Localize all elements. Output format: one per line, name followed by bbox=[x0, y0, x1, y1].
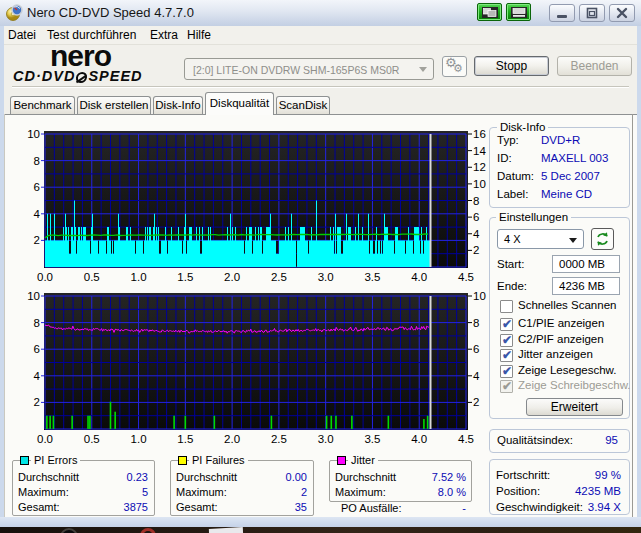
svg-text:14: 14 bbox=[473, 145, 486, 157]
pi-failures-bar bbox=[87, 416, 89, 429]
checkbox-label: C1/PIE anzeigen bbox=[518, 317, 604, 329]
stat-title: PI Errors bbox=[31, 454, 80, 466]
svg-text:4: 4 bbox=[473, 370, 480, 382]
svg-text:6: 6 bbox=[473, 211, 479, 223]
speed-label: Geschwindigkeit: bbox=[496, 501, 583, 513]
svg-text:4: 4 bbox=[34, 370, 41, 382]
pi-failures-bar bbox=[388, 416, 390, 429]
svg-text:2.0: 2.0 bbox=[224, 433, 240, 445]
scan-cursor bbox=[430, 296, 432, 429]
checkbox-label: C2/PIF anzeigen bbox=[518, 333, 604, 345]
pi-failures-bar bbox=[427, 416, 429, 429]
legend-square-jitter bbox=[337, 456, 346, 465]
svg-text:4: 4 bbox=[34, 208, 41, 220]
pi-failures-bar bbox=[46, 416, 48, 429]
combo-button[interactable] bbox=[566, 231, 582, 247]
svg-text:2: 2 bbox=[473, 244, 479, 256]
advanced-button[interactable]: Erweitert bbox=[526, 398, 623, 416]
disk-date-value: 5 Dec 2007 bbox=[541, 170, 600, 182]
svg-text:1.5: 1.5 bbox=[177, 433, 193, 445]
svg-text:8: 8 bbox=[473, 195, 479, 207]
disk-date-label: Datum: bbox=[497, 170, 534, 182]
stat-value: 5 bbox=[78, 486, 148, 498]
svg-text:4.0: 4.0 bbox=[411, 433, 427, 445]
screen: Nero CD-DVD Speed 4.7.7.0 bbox=[0, 0, 641, 533]
tab-diskqualitaet[interactable]: Diskqualität bbox=[205, 92, 274, 115]
svg-text:2: 2 bbox=[34, 396, 40, 408]
desktop-shape-ring bbox=[140, 528, 156, 533]
svg-text:2.0: 2.0 bbox=[224, 271, 240, 283]
end-field[interactable]: 4236 MB bbox=[552, 277, 620, 295]
disk-label-label: Label: bbox=[497, 188, 528, 200]
pi-failures-bar bbox=[89, 416, 91, 429]
svg-text:2: 2 bbox=[473, 396, 479, 408]
stat-label: Durchschnitt bbox=[18, 471, 79, 483]
disk-id-label: ID: bbox=[497, 152, 512, 164]
start-label: Start: bbox=[497, 258, 524, 270]
svg-text:10: 10 bbox=[473, 178, 486, 190]
stat-label: Gesamt: bbox=[18, 501, 60, 513]
pi-failures-bar bbox=[271, 416, 273, 429]
scan-speed-value: 4 X bbox=[504, 233, 521, 245]
svg-text:2.5: 2.5 bbox=[271, 433, 287, 445]
svg-text:6: 6 bbox=[34, 181, 40, 193]
pi-failures-bar bbox=[326, 416, 328, 429]
stat-value: 3875 bbox=[78, 501, 148, 513]
pi-failures-bar bbox=[423, 419, 425, 429]
window-border-bottom[interactable] bbox=[0, 517, 641, 527]
po-failures-label: PO Ausfälle: bbox=[341, 502, 402, 514]
checkbox-c1-pie-anzeigen[interactable]: ✔ bbox=[500, 318, 513, 331]
quality-index-value: 95 bbox=[560, 434, 618, 446]
svg-text:6: 6 bbox=[473, 343, 479, 355]
stat-value: 35 bbox=[237, 501, 307, 513]
svg-text:3.5: 3.5 bbox=[364, 271, 380, 283]
check-mark-icon: ✔ bbox=[502, 333, 512, 347]
app-window: Nero CD-DVD Speed 4.7.7.0 bbox=[0, 0, 641, 527]
refresh-button[interactable] bbox=[591, 228, 614, 250]
stat-title: Jitter bbox=[348, 454, 378, 466]
svg-text:4.0: 4.0 bbox=[411, 271, 427, 283]
checkbox-label: Zeige Lesegeschw. bbox=[518, 364, 616, 376]
svg-text:10: 10 bbox=[473, 290, 486, 302]
position-value: 4235 MB bbox=[540, 485, 621, 497]
check-mark-icon: ✔ bbox=[502, 317, 512, 331]
progress-value: 99 % bbox=[540, 469, 621, 481]
position-label: Position: bbox=[496, 485, 540, 497]
svg-text:2: 2 bbox=[34, 234, 40, 246]
svg-text:10: 10 bbox=[27, 290, 40, 302]
checkbox-c2-pif-anzeigen[interactable]: ✔ bbox=[500, 334, 513, 347]
stat-value: 7.52 % bbox=[396, 471, 466, 483]
svg-text:3.0: 3.0 bbox=[318, 433, 334, 445]
chevron-down-icon bbox=[569, 238, 577, 243]
checkbox-label: Schnelles Scannen bbox=[518, 299, 616, 311]
settings-title: Einstellungen bbox=[496, 211, 571, 223]
stat-label: Maximum: bbox=[18, 486, 69, 498]
pi-failures-bar bbox=[335, 416, 337, 429]
checkbox-zeige-lesegeschw-[interactable]: ✔ bbox=[500, 365, 513, 378]
check-mark-icon: ✔ bbox=[502, 348, 512, 362]
disk-info-title: Disk-Info bbox=[497, 121, 548, 133]
window-border-left bbox=[0, 26, 4, 527]
start-field[interactable]: 0000 MB bbox=[552, 255, 620, 273]
legend-square-pi-failures bbox=[178, 456, 187, 465]
checkbox-zeige-schreibgeschw-[interactable]: ✔ bbox=[500, 380, 513, 393]
stat-value: 0.23 bbox=[78, 471, 148, 483]
stat-label: Maximum: bbox=[176, 486, 227, 498]
svg-text:0.0: 0.0 bbox=[37, 433, 53, 445]
pi-failures-bar bbox=[71, 416, 73, 429]
svg-text:1.5: 1.5 bbox=[177, 271, 193, 283]
stat-label: Maximum: bbox=[335, 486, 386, 498]
svg-text:10: 10 bbox=[27, 128, 40, 140]
svg-text:4: 4 bbox=[473, 228, 480, 240]
speed-value: 3.94 X bbox=[583, 501, 621, 513]
svg-text:3.0: 3.0 bbox=[318, 271, 334, 283]
scan-speed-select[interactable]: 4 X bbox=[497, 229, 584, 249]
checkbox-schnelles-scannen[interactable] bbox=[500, 300, 513, 313]
desktop-shape-window bbox=[209, 527, 243, 533]
checkbox-label: Jitter anzeigen bbox=[518, 348, 593, 360]
svg-text:3.5: 3.5 bbox=[364, 433, 380, 445]
checkbox-jitter-anzeigen[interactable]: ✔ bbox=[500, 349, 513, 362]
svg-text:8: 8 bbox=[473, 317, 479, 329]
pi-failures-bar bbox=[330, 416, 332, 429]
stat-label: Gesamt: bbox=[176, 501, 218, 513]
